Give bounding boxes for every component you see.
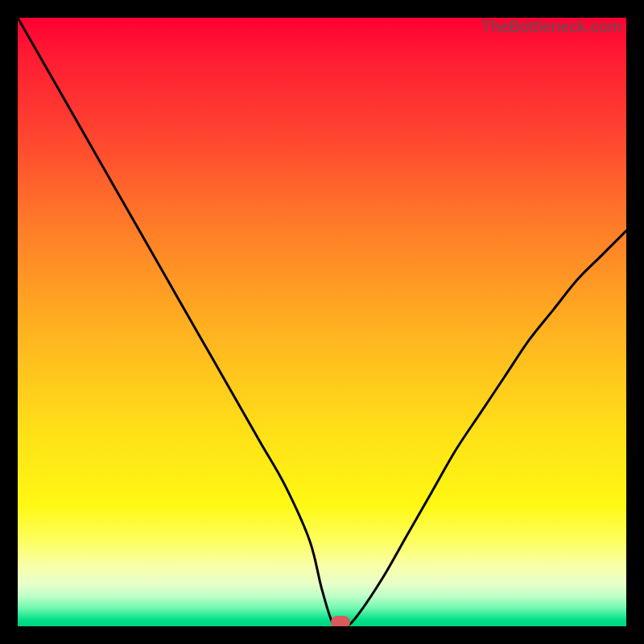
optimal-marker: [331, 616, 350, 626]
plot-area: TheBottleneck.com: [18, 18, 626, 626]
bottleneck-curve: [18, 18, 626, 626]
